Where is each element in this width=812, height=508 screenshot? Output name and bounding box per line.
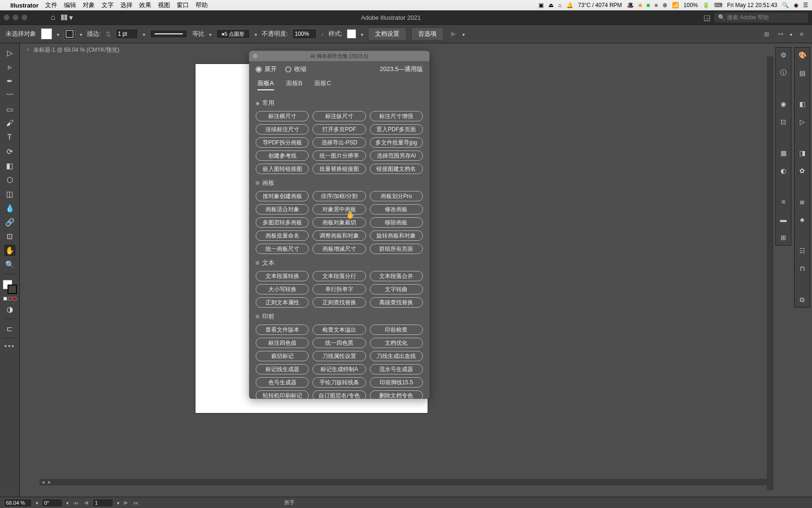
- layers-icon[interactable]: ☷: [797, 246, 807, 255]
- script-button[interactable]: 修改画板: [370, 204, 423, 214]
- script-button[interactable]: 检查文本溢出: [312, 325, 366, 335]
- brush-preview[interactable]: ● 5 点圆形: [216, 29, 250, 39]
- script-button[interactable]: 文字转曲: [370, 284, 423, 294]
- transparency-icon[interactable]: ✿: [797, 166, 807, 175]
- menu-object[interactable]: 对象: [83, 1, 95, 9]
- script-button[interactable]: 文本段落转换: [256, 271, 309, 281]
- close-light[interactable]: [4, 15, 9, 20]
- tab-panel-a[interactable]: 面板A: [258, 79, 274, 90]
- minimize-light[interactable]: [13, 15, 18, 20]
- script-button[interactable]: 调整画板和对象: [312, 230, 366, 241]
- transform-icon[interactable]: ↦: [776, 29, 785, 39]
- uniform-dropdown[interactable]: [209, 31, 211, 38]
- script-button[interactable]: 自订图层名/专色: [312, 390, 366, 399]
- window-controls[interactable]: [4, 15, 27, 20]
- appearance-panel-icon[interactable]: ◉: [779, 99, 788, 109]
- artboard-dropdown[interactable]: [117, 500, 119, 506]
- pathfinder-icon[interactable]: ≣: [797, 197, 807, 206]
- script-button[interactable]: 文档优化: [370, 338, 423, 348]
- symbols-icon[interactable]: ▷: [797, 117, 807, 127]
- document-setup-button[interactable]: 文档设置: [368, 27, 406, 40]
- eraser-tool-icon[interactable]: ◧: [4, 160, 16, 171]
- sys-icon[interactable]: ▣: [539, 2, 544, 8]
- script-button[interactable]: 置入PDF多页面: [370, 124, 423, 135]
- style-dropdown[interactable]: [361, 31, 363, 38]
- script-button[interactable]: 轮转机印刷标记: [256, 390, 309, 399]
- script-button[interactable]: 刀线生成出血线: [370, 351, 423, 361]
- color-mode-row[interactable]: [3, 297, 16, 301]
- script-button[interactable]: 移除画板: [370, 217, 423, 228]
- rotate-dropdown[interactable]: [66, 500, 69, 506]
- plugin-close-dot[interactable]: [253, 54, 258, 58]
- script-button[interactable]: 群组所有页面: [370, 244, 423, 254]
- script-button[interactable]: 选择导出-PSD: [312, 137, 366, 148]
- script-button[interactable]: 批量替换链接图: [312, 164, 366, 174]
- script-button[interactable]: 流水号生成器: [370, 364, 423, 374]
- edit-toolbar-icon[interactable]: •••: [4, 342, 15, 350]
- wifi-icon[interactable]: 📶: [672, 2, 679, 8]
- swatches-panel-icon[interactable]: ▦: [779, 148, 788, 158]
- color-panel-icon[interactable]: ◐: [779, 166, 788, 175]
- script-button[interactable]: 对象居中画板: [312, 204, 366, 214]
- document-view[interactable]: × 未标题-1 @ 68.04 % (CMYK/预览) AI 脚本插件合集 (2…: [20, 43, 812, 497]
- screen-mode-icon[interactable]: ⊏: [4, 323, 16, 334]
- script-button[interactable]: 导PDF拆分画板: [256, 137, 309, 148]
- libraries-icon[interactable]: ▤: [797, 68, 807, 78]
- tab-panel-b[interactable]: 面板B: [286, 79, 303, 90]
- app-name[interactable]: Illustrator: [10, 2, 39, 9]
- gradient-icon[interactable]: ◨: [797, 148, 807, 158]
- rotate-tool-icon[interactable]: ⟳: [4, 146, 16, 157]
- script-button[interactable]: 手绘刀版转线条: [312, 377, 366, 388]
- script-button[interactable]: 选择范围另存AI: [370, 151, 423, 161]
- properties-panel-icon[interactable]: ⚙: [779, 50, 788, 60]
- color-guide-icon[interactable]: 🎨: [797, 50, 807, 60]
- paintbrush-tool-icon[interactable]: 🖌: [4, 118, 16, 129]
- expand-radio[interactable]: 展开: [256, 65, 277, 73]
- align-panel-icon[interactable]: ≡: [779, 197, 788, 206]
- help-search[interactable]: 🔍 搜索 Adobe 帮助: [714, 13, 808, 23]
- blend-tool-icon[interactable]: 🔗: [4, 216, 16, 228]
- menu-type[interactable]: 文字: [102, 1, 114, 9]
- script-button[interactable]: 印前检查: [370, 325, 423, 335]
- script-button[interactable]: 高级查找替换: [370, 297, 423, 308]
- script-button[interactable]: 正则查找替换: [312, 297, 366, 308]
- gradient-tool-icon[interactable]: ◫: [4, 188, 16, 199]
- script-button[interactable]: 创建参考线: [256, 151, 309, 161]
- script-button[interactable]: 文本段落合并: [370, 271, 423, 281]
- script-button[interactable]: 标记生成特制A: [312, 364, 366, 374]
- script-button[interactable]: 标注纵尺寸: [312, 111, 366, 121]
- draw-mode-icon[interactable]: ◑: [4, 303, 16, 315]
- script-button[interactable]: 查看文件版本: [256, 325, 309, 335]
- preferences-button[interactable]: 首选项: [411, 27, 444, 40]
- scroll-left-icon[interactable]: ◀: [39, 479, 46, 485]
- menu-edit[interactable]: 编辑: [64, 1, 76, 9]
- hat-icon[interactable]: 🎩: [627, 2, 634, 8]
- zoom-tool-icon[interactable]: 🔍: [4, 259, 16, 270]
- align-dropdown[interactable]: [462, 31, 465, 38]
- more-dropdown[interactable]: [790, 31, 792, 38]
- curvature-tool-icon[interactable]: 〰: [4, 89, 16, 101]
- script-button[interactable]: 统一四色黑: [312, 338, 366, 348]
- vertical-scrollbar[interactable]: [767, 56, 773, 490]
- siri-icon[interactable]: ◉: [794, 2, 798, 8]
- hand-tool-icon[interactable]: ✋: [4, 245, 16, 256]
- menu-icon[interactable]: ☰: [803, 2, 808, 8]
- script-button[interactable]: 链接图建文档名: [370, 164, 423, 174]
- selection-tool-icon[interactable]: ▷: [4, 47, 16, 58]
- script-button[interactable]: 统一图片分辨率: [312, 151, 366, 161]
- script-button[interactable]: 画板增减尺寸: [312, 244, 366, 254]
- script-button[interactable]: 多文件批量导jpg: [370, 137, 423, 148]
- sys-icon[interactable]: ⏏: [548, 2, 554, 8]
- menu-window[interactable]: 窗口: [177, 1, 189, 9]
- stroke-weight-dropdown[interactable]: [143, 31, 145, 38]
- horizontal-scrollbar[interactable]: ◀ ▶: [39, 479, 773, 485]
- panel-menu-icon[interactable]: ≡: [797, 29, 806, 39]
- links-icon[interactable]: ⧉: [797, 295, 807, 304]
- keyboard-icon[interactable]: ⌨: [714, 2, 722, 8]
- menu-file[interactable]: 文件: [45, 1, 57, 9]
- close-tab-icon[interactable]: ×: [26, 47, 30, 53]
- artboard-number-input[interactable]: [93, 499, 113, 507]
- stroke-swatch[interactable]: [64, 28, 75, 40]
- script-button[interactable]: 刀线属性设置: [312, 351, 366, 361]
- script-button[interactable]: 打开多页PDF: [312, 124, 366, 135]
